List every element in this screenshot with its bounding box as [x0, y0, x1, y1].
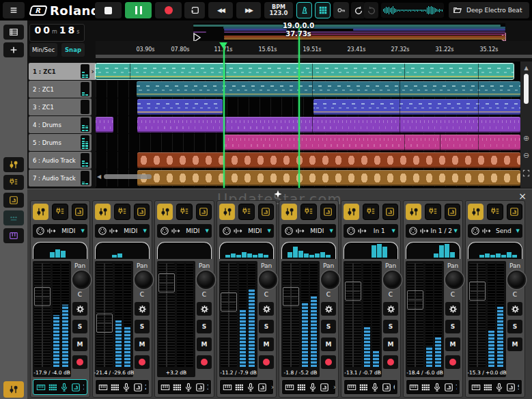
- volume-fader[interactable]: [469, 263, 486, 367]
- volume-fader[interactable]: [96, 263, 113, 367]
- clip[interactable]: [96, 64, 514, 79]
- record-arm-button[interactable]: [445, 355, 460, 369]
- fader-handle[interactable]: [221, 292, 237, 312]
- channel-routing-button[interactable]: [258, 204, 274, 220]
- channel-label[interactable]: 5 : Drums ›: [281, 379, 336, 395]
- scroll-left-icon[interactable]: ◀: [97, 174, 101, 180]
- clip[interactable]: [137, 81, 520, 97]
- track-header[interactable]: 4 : Drums: [29, 116, 92, 133]
- channel-settings-button[interactable]: [321, 302, 336, 316]
- master-view-button[interactable]: [3, 210, 24, 225]
- clip[interactable]: [96, 117, 113, 133]
- track-lane[interactable]: [96, 98, 520, 115]
- fader-handle[interactable]: [158, 273, 175, 292]
- record-arm-button[interactable]: [259, 355, 274, 369]
- clip[interactable]: [137, 152, 520, 168]
- solo-button[interactable]: S: [135, 320, 150, 333]
- channel-routing-button[interactable]: [507, 204, 522, 220]
- solo-button[interactable]: S: [321, 320, 336, 333]
- track-lane[interactable]: [96, 116, 520, 133]
- channel-mixer-button[interactable]: [219, 204, 235, 220]
- pan-knob[interactable]: [321, 271, 339, 289]
- add-track-button[interactable]: [3, 42, 24, 57]
- stop-button[interactable]: [95, 2, 122, 18]
- channel-settings-button[interactable]: [507, 302, 522, 316]
- menu-button[interactable]: [3, 2, 25, 18]
- track-header[interactable]: 3 : ZC1: [29, 98, 92, 115]
- scroll-up-button[interactable]: ▲: [521, 62, 531, 73]
- input-selector[interactable]: In 1 / 2 ▼: [406, 224, 460, 238]
- song-selector-button[interactable]: Deep Electro Beat: [449, 2, 529, 18]
- channel-settings-button[interactable]: [197, 302, 212, 316]
- mute-button[interactable]: M: [383, 338, 398, 351]
- channel-mixer-button[interactable]: [468, 204, 484, 220]
- vertical-scroll-thumb[interactable]: [524, 74, 529, 104]
- mute-button[interactable]: M: [135, 338, 150, 351]
- solo-button[interactable]: S: [197, 320, 212, 333]
- pause-button[interactable]: [125, 2, 152, 18]
- solo-button[interactable]: S: [507, 320, 522, 333]
- record-arm-button[interactable]: [321, 355, 336, 369]
- record-arm-button[interactable]: [72, 355, 87, 369]
- mute-button[interactable]: M: [259, 338, 274, 351]
- channel-settings-button[interactable]: [383, 302, 398, 316]
- key-button[interactable]: [333, 2, 349, 18]
- input-selector[interactable]: MIDI ▼: [95, 224, 150, 238]
- track-header[interactable]: 5 : Drums: [29, 134, 92, 151]
- playhead-marker[interactable]: [219, 42, 227, 49]
- channel-settings-button[interactable]: [259, 302, 274, 316]
- instrument-view-button[interactable]: [3, 228, 24, 243]
- track-header[interactable]: 2 : ZC1: [29, 81, 92, 98]
- volume-fader[interactable]: [221, 263, 237, 367]
- record-arm-button[interactable]: [383, 355, 398, 369]
- returns-view-button[interactable]: [3, 193, 24, 208]
- track-header[interactable]: 6 : Audio Track: [29, 152, 92, 169]
- channel-settings-button[interactable]: [72, 302, 87, 316]
- channel-label[interactable]: 7 : Audio Track ›: [406, 379, 460, 395]
- channel-label[interactable]: Send 1 : Delay ›: [468, 379, 522, 395]
- channel-label[interactable]: 6 : Audio Track ›: [344, 379, 398, 395]
- channel-label[interactable]: 3 : ZC1 ›: [157, 379, 212, 395]
- zoom-in-button[interactable]: ⊕: [521, 133, 531, 143]
- mute-button[interactable]: M: [445, 338, 460, 351]
- channel-mixer-button[interactable]: [95, 204, 111, 220]
- track-lane[interactable]: [96, 152, 520, 169]
- arrangement-area[interactable]: [96, 61, 520, 188]
- channel-sends-button[interactable]: [238, 204, 254, 220]
- bpm-button[interactable]: BPM 123.0: [264, 2, 293, 18]
- track-header[interactable]: 7 : Audio Track: [29, 169, 92, 187]
- channel-sends-button[interactable]: [487, 204, 503, 220]
- channel-settings-button[interactable]: [445, 302, 460, 316]
- track-header[interactable]: 1 : ZC1›: [29, 63, 96, 80]
- solo-button[interactable]: S: [259, 320, 274, 333]
- channel-routing-button[interactable]: [320, 204, 336, 220]
- snap-button[interactable]: Snap: [61, 43, 85, 57]
- channel-routing-button[interactable]: [196, 204, 212, 220]
- record-arm-button[interactable]: [135, 355, 150, 369]
- pan-knob[interactable]: [383, 271, 402, 289]
- horizontal-scroll-thumb[interactable]: [104, 174, 152, 179]
- channel-routing-button[interactable]: [72, 204, 87, 220]
- track-lane[interactable]: [96, 169, 520, 187]
- volume-fader[interactable]: [345, 263, 361, 367]
- channel-mixer-button[interactable]: [281, 204, 297, 220]
- sends-view-button[interactable]: [3, 175, 24, 190]
- channel-sends-button[interactable]: [176, 204, 192, 220]
- record-button[interactable]: [155, 2, 182, 18]
- fader-handle[interactable]: [407, 290, 423, 309]
- clip[interactable]: [137, 99, 223, 115]
- zoom-out-button[interactable]: ⊖: [521, 150, 531, 161]
- rewind-button[interactable]: ◀◀: [208, 2, 233, 18]
- channel-settings-button[interactable]: [135, 302, 150, 316]
- channel-sends-button[interactable]: [300, 204, 316, 220]
- volume-fader[interactable]: [34, 263, 51, 367]
- solo-button[interactable]: S: [445, 320, 460, 333]
- volume-fader[interactable]: [283, 263, 299, 367]
- song-overview[interactable]: [193, 23, 505, 41]
- tracks-view-button[interactable]: [3, 25, 24, 40]
- fast-forward-button[interactable]: ▶▶: [236, 2, 261, 18]
- fader-handle[interactable]: [34, 287, 51, 306]
- playhead-line[interactable]: [223, 44, 225, 188]
- channel-label[interactable]: 2 : ZC1 ›: [95, 379, 150, 395]
- mute-button[interactable]: M: [321, 338, 336, 351]
